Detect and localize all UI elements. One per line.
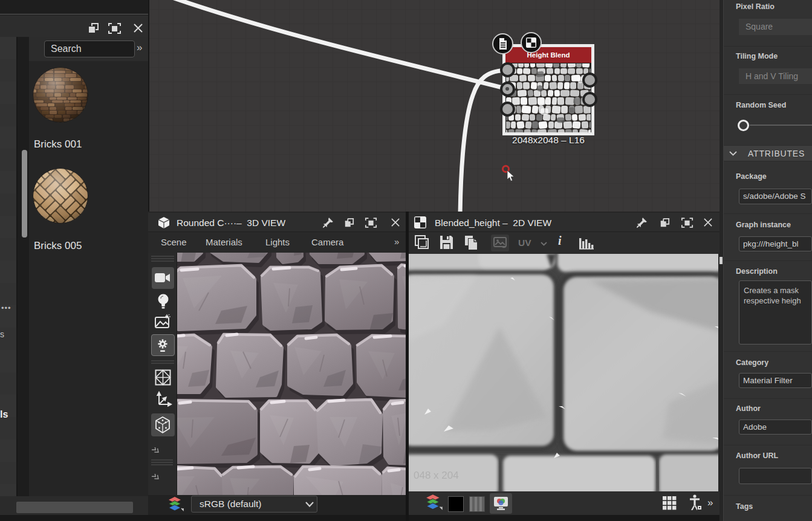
svg-text:048 x 204: 048 x 204 <box>414 470 459 481</box>
